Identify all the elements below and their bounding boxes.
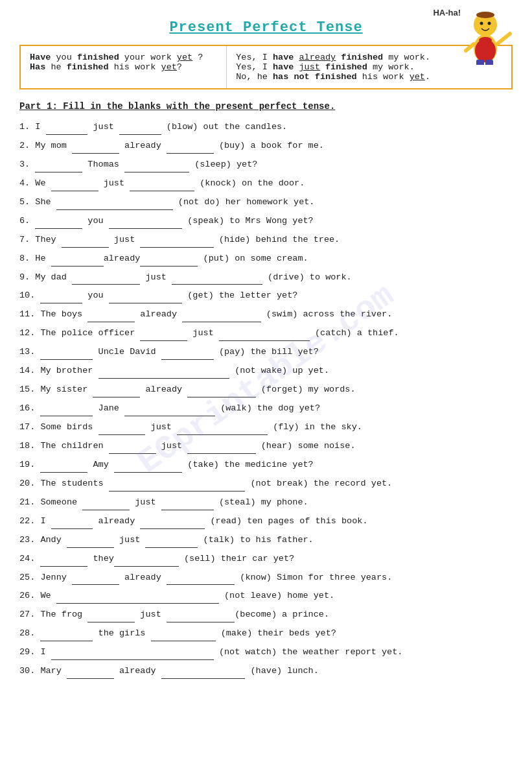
blank[interactable] [40,344,93,360]
ex-num: 10. [19,290,35,300]
blank[interactable] [51,645,214,660]
ex-num: 11. [19,309,35,319]
blank[interactable] [67,663,114,679]
exercise-item-26: 26. We (not leave) home yet. [19,588,513,604]
ex-num: 19. [19,460,35,469]
blank[interactable] [40,626,93,641]
svg-point-8 [479,37,492,43]
blank[interactable] [119,119,161,135]
blank[interactable] [172,270,262,285]
exercise-item-13: 13. Uncle David (pay) the bill yet? [19,344,513,360]
blank[interactable] [46,119,88,135]
blank[interactable] [72,138,119,154]
blank[interactable] [167,570,235,586]
blank[interactable] [109,476,246,492]
ex-num: 17. [19,422,35,432]
exercise-item-5: 5. She (not do) her homework yet. [19,195,513,210]
exercise-item-20: 20. The students (not break) the record … [19,476,513,492]
intro-has: Has [30,62,45,72]
exercise-item-17: 17. Some birds just (fly) in the sky. [19,420,513,435]
ex-num: 14. [19,366,35,375]
blank[interactable] [51,514,93,529]
ex-num: 28. [19,628,35,638]
blank[interactable] [40,288,82,303]
exercise-item-15: 15. My sister already (forget) my words. [19,382,513,397]
intro-have: Have [30,53,51,62]
blank[interactable] [151,626,216,641]
exercise-item-2: 2. My mom already (buy) a book for me. [19,138,513,154]
blank[interactable] [40,401,93,416]
blank[interactable] [161,495,214,510]
ex-num: 4. [19,178,30,188]
blank[interactable] [67,532,114,548]
ex-num: 22. [19,516,35,526]
blank[interactable] [35,157,82,172]
ex-num: 26. [19,591,35,600]
exercise-item-28: 28. the girls (make) their beds yet? [19,626,513,641]
ex-num: 8. [19,254,30,263]
blank[interactable] [182,307,261,322]
blank[interactable] [167,607,235,622]
blank[interactable] [177,420,268,435]
blank[interactable] [140,251,198,266]
exercise-item-10: 10. you (get) the letter yet? [19,288,513,303]
page-header: HA-ha! Present Perfect Tense [19,13,513,36]
ex-num: 2. [19,141,30,150]
blank[interactable] [114,551,179,567]
blank[interactable] [56,588,219,604]
blank[interactable] [140,326,187,341]
exercise-list: 1. I just (blow) out the candles. 2. My … [19,119,513,679]
blank[interactable] [82,495,130,510]
blank[interactable] [40,551,87,567]
ex-num: 15. [19,385,35,394]
exercise-item-6: 6. you (speak) to Mrs Wong yet? [19,213,513,229]
exercise-item-12: 12. The police officer just (catch) a th… [19,326,513,341]
blank[interactable] [114,457,182,473]
blank[interactable] [56,195,173,210]
svg-point-3 [480,22,483,25]
blank[interactable] [124,401,215,416]
blank[interactable] [98,363,230,379]
blank[interactable] [62,232,109,248]
blank[interactable] [145,532,198,548]
blank[interactable] [130,176,194,191]
svg-line-6 [466,44,474,51]
blank[interactable] [109,288,182,303]
blank[interactable] [109,213,182,229]
blank[interactable] [219,326,310,341]
exercise-item-7: 7. They just (hide) behind the tree. [19,232,513,248]
ex-num: 16. [19,403,35,413]
blank[interactable] [187,382,255,397]
svg-line-5 [497,34,510,44]
blank[interactable] [109,438,156,454]
exercise-item-16: 16. Jane (walk) the dog yet? [19,401,513,416]
blank[interactable] [161,344,214,360]
ex-num: 24. [19,554,35,563]
blank[interactable] [140,514,205,529]
blank[interactable] [140,232,213,248]
blank[interactable] [98,420,146,435]
blank[interactable] [161,663,246,679]
blank[interactable] [72,270,140,285]
blank[interactable] [72,570,119,586]
blank[interactable] [87,307,135,322]
blank[interactable] [51,176,98,191]
intro-finished2: finished [67,62,109,72]
blank[interactable] [40,457,87,473]
exercise-item-24: 24. they (sell) their car yet? [19,551,513,567]
exercise-item-30: 30. Mary already (have) lunch. [19,663,513,679]
exercise-item-18: 18. The children just (hear) some noise. [19,438,513,454]
exercise-item-11: 11. The boys already (swim) across the r… [19,307,513,322]
blank[interactable] [93,382,140,397]
blank[interactable] [124,157,189,172]
blank[interactable] [87,607,135,622]
page-title: Present Perfect Tense [169,19,362,36]
ex-num: 13. [19,347,35,357]
blank[interactable] [187,438,255,454]
ex-num: 9. [19,272,30,282]
ex-num: 23. [19,535,35,545]
blank[interactable] [51,251,104,266]
blank[interactable] [167,138,214,154]
blank[interactable] [35,213,82,229]
ex-num: 29. [19,647,35,657]
